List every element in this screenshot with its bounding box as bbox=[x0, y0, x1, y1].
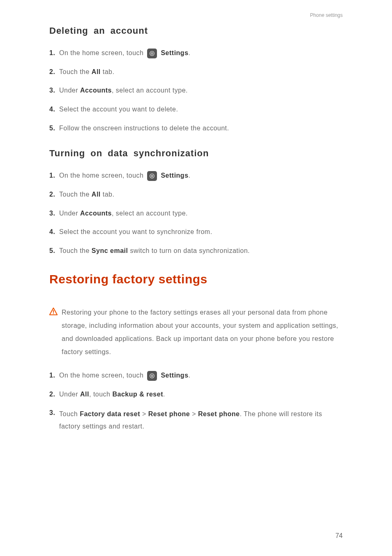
step-text-pre: On the home screen, touch bbox=[59, 49, 145, 56]
svg-point-2 bbox=[151, 175, 153, 177]
step-bold-3: Reset phone bbox=[198, 410, 240, 417]
step-text-post: switch to turn on data synchronization. bbox=[128, 247, 250, 254]
step-text-post: , select an account type. bbox=[112, 210, 188, 217]
settings-label: Settings bbox=[161, 172, 188, 179]
step-number: 4. bbox=[49, 227, 57, 237]
settings-icon bbox=[147, 171, 157, 181]
warning-icon bbox=[49, 308, 58, 315]
step-text-post: tab. bbox=[101, 191, 115, 198]
step-text-post: , select an account type. bbox=[112, 87, 188, 94]
svg-point-6 bbox=[151, 375, 153, 377]
step-number: 1. bbox=[49, 48, 57, 58]
step-2-2: 2. Touch the All tab. bbox=[49, 189, 343, 200]
step-text-mid: , touch bbox=[89, 391, 112, 398]
step-3-1: 1. On the home screen, touch Settings. bbox=[49, 370, 343, 381]
step-sep-1: > bbox=[140, 410, 148, 417]
step-number: 3. bbox=[49, 408, 57, 417]
section-deleting-account: Deleting an account 1. On the home scree… bbox=[49, 25, 343, 133]
step-text: Follow the onscreen instructions to dele… bbox=[59, 123, 229, 134]
step-text-post: . bbox=[163, 391, 165, 398]
step-bold: Accounts bbox=[80, 87, 112, 94]
step-bold: All bbox=[92, 68, 101, 75]
svg-point-5 bbox=[53, 313, 54, 314]
step-1-2: 2. Touch the All tab. bbox=[49, 67, 343, 77]
step-text-pre: Touch the bbox=[59, 247, 92, 254]
step-number: 2. bbox=[49, 389, 57, 400]
step-bold-2: Backup & reset bbox=[112, 391, 163, 398]
step-text-post: tab. bbox=[101, 68, 115, 75]
step-2-3: 3. Under Accounts, select an account typ… bbox=[49, 208, 343, 219]
step-text-post: . bbox=[189, 172, 191, 179]
step-number: 3. bbox=[49, 85, 57, 96]
step-text-pre: Under bbox=[59, 210, 80, 217]
settings-label: Settings bbox=[161, 49, 188, 56]
svg-point-3 bbox=[150, 174, 154, 178]
page-number: 74 bbox=[335, 532, 343, 540]
step-3-3: 3. Touch Factory data reset > Reset phon… bbox=[49, 408, 343, 433]
step-1-3: 3. Under Accounts, select an account typ… bbox=[49, 85, 343, 96]
step-text-post: . bbox=[189, 49, 191, 56]
step-number: 3. bbox=[49, 208, 57, 219]
step-bold: Accounts bbox=[80, 210, 112, 217]
step-1-1: 1. On the home screen, touch Settings. bbox=[49, 48, 343, 58]
step-number: 2. bbox=[49, 67, 57, 77]
settings-icon bbox=[147, 49, 157, 58]
heading-deleting-account: Deleting an account bbox=[49, 25, 343, 36]
step-text-pre: Under bbox=[59, 391, 80, 398]
section-factory-reset: Restoring factory settings Restoring you… bbox=[49, 272, 343, 433]
section-data-sync: Turning on data synchronization 1. On th… bbox=[49, 148, 343, 256]
step-number: 2. bbox=[49, 189, 57, 200]
svg-point-0 bbox=[151, 53, 153, 54]
svg-point-7 bbox=[150, 374, 154, 378]
warning-text: Restoring your phone to the factory sett… bbox=[62, 306, 343, 359]
step-3-2: 2. Under All, touch Backup & reset. bbox=[49, 389, 343, 400]
step-1-5: 5. Follow the onscreen instructions to d… bbox=[49, 123, 343, 134]
step-bold-2: Reset phone bbox=[148, 410, 190, 417]
step-bold-1: Factory data reset bbox=[80, 410, 140, 417]
step-text: Select the account you want to delete. bbox=[59, 104, 178, 115]
step-2-5: 5. Touch the Sync email switch to turn o… bbox=[49, 246, 343, 256]
step-number: 5. bbox=[49, 246, 57, 256]
step-bold: All bbox=[92, 191, 101, 198]
settings-icon bbox=[147, 371, 157, 381]
step-text-pre: Touch the bbox=[59, 68, 92, 75]
step-number: 5. bbox=[49, 123, 57, 134]
header-label: Phone settings bbox=[49, 12, 343, 18]
step-text-pre: Touch bbox=[59, 410, 80, 417]
heading-factory-reset: Restoring factory settings bbox=[49, 272, 343, 286]
settings-label: Settings bbox=[161, 372, 188, 379]
step-2-1: 1. On the home screen, touch Settings. bbox=[49, 170, 343, 181]
step-2-4: 4. Select the account you want to synchr… bbox=[49, 227, 343, 237]
step-text: Select the account you want to synchroni… bbox=[59, 227, 212, 237]
step-number: 4. bbox=[49, 104, 57, 115]
step-text-post: . bbox=[189, 372, 191, 379]
step-text-pre: Touch the bbox=[59, 191, 92, 198]
step-1-4: 4. Select the account you want to delete… bbox=[49, 104, 343, 115]
step-number: 1. bbox=[49, 370, 57, 381]
step-sep-2: > bbox=[190, 410, 198, 417]
heading-data-sync: Turning on data synchronization bbox=[49, 148, 343, 159]
svg-point-1 bbox=[150, 51, 154, 56]
step-bold-1: All bbox=[80, 391, 89, 398]
warning-block: Restoring your phone to the factory sett… bbox=[49, 306, 343, 359]
step-number: 1. bbox=[49, 170, 57, 181]
step-bold: Sync email bbox=[92, 247, 128, 254]
step-text-pre: On the home screen, touch bbox=[59, 172, 145, 179]
step-text-pre: On the home screen, touch bbox=[59, 372, 145, 379]
step-text-pre: Under bbox=[59, 87, 80, 94]
